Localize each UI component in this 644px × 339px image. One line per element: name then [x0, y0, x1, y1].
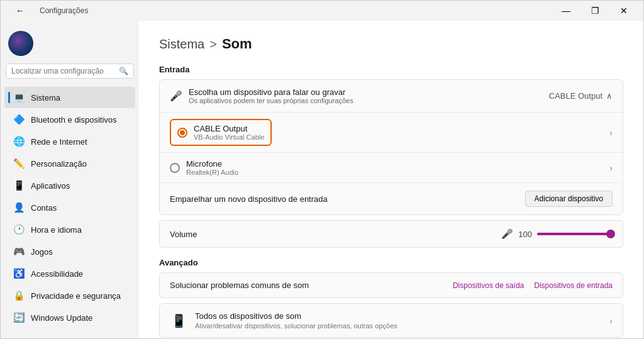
sidebar: 🔍 💻Sistema🔷Bluetooth e dispositivos🌐Rede… [1, 21, 139, 338]
volume-value: 100 [518, 230, 532, 239]
nav-label-aplicativos: Aplicativos [31, 181, 70, 191]
titlebar-title: Configurações [40, 6, 88, 15]
volume-mic-icon: 🎤 [501, 228, 513, 240]
maximize-button[interactable]: ❐ [580, 1, 609, 21]
adv-title-all-devices: Todos os dispositivos de som [195, 311, 397, 321]
input-device-card: 🎤 Escolha um dispositivo para falar ou g… [159, 79, 623, 215]
cable-sub: VB-Audio Virtual Cable [194, 133, 264, 141]
cable-text: CABLE Output VB-Audio Virtual Cable [194, 124, 264, 141]
nav-container: 💻Sistema🔷Bluetooth e dispositivos🌐Rede e… [1, 86, 139, 329]
nav-label-privacidade: Privacidade e segurança [31, 291, 121, 301]
microphone-icon: 🎤 [170, 90, 182, 102]
volume-right: 🎤 100 [501, 228, 613, 240]
entrada-section-title: Entrada [159, 65, 623, 74]
nav-label-acessibilidade: Acessibilidade [31, 269, 83, 279]
solve-links: Dispositivos de saída Dispositivos de en… [453, 281, 613, 290]
nav-label-jogos: Jogos [31, 247, 53, 257]
nav-label-windows-update: Windows Update [31, 313, 92, 323]
device-header: 🎤 Escolha um dispositivo para falar ou g… [160, 80, 623, 113]
back-button[interactable]: ← [6, 1, 35, 21]
cable-chevron: › [609, 128, 613, 138]
volume-slider-thumb[interactable] [606, 230, 615, 238]
nav-label-hora: Hora e idioma [31, 225, 82, 235]
mic-chevron: › [609, 163, 613, 173]
device-item-cable[interactable]: CABLE Output VB-Audio Virtual Cable › [160, 113, 623, 153]
nav-label-rede: Rede e Internet [31, 137, 87, 147]
adv-sub-all-devices: Ativar/desativar dispositivos, soluciona… [195, 322, 397, 330]
nav-icon-bluetooth: 🔷 [13, 114, 25, 125]
cable-name: CABLE Output [194, 124, 264, 133]
device-header-text: Escolha um dispositivo para falar ou gra… [189, 87, 353, 104]
nav-icon-personalizacao: ✏️ [13, 158, 25, 169]
add-device-button[interactable]: Adicionar dispositivo [525, 191, 613, 207]
main-layout: 🔍 💻Sistema🔷Bluetooth e dispositivos🌐Rede… [1, 21, 643, 338]
device-header-title: Escolha um dispositivo para falar ou gra… [189, 87, 353, 97]
radio-mic[interactable] [170, 163, 180, 173]
volume-card: Volume 🎤 100 [159, 220, 623, 248]
mic-name: Microfone [186, 159, 238, 169]
content-area: Sistema > Som Entrada 🎤 Escolha um dispo… [139, 21, 643, 338]
active-bar [8, 92, 10, 103]
sidebar-item-jogos[interactable]: 🎮Jogos [4, 241, 135, 262]
titlebar: ← Configurações — ❐ ✕ [1, 1, 643, 21]
mic-sub: Realtek(R) Audio [186, 169, 238, 176]
solve-label: Solucionar problemas comuns de som [170, 281, 309, 290]
nav-icon-windows-update: 🔄 [13, 312, 25, 323]
avatar-area [1, 26, 139, 64]
pair-row: Emparelhar um novo dispositivo de entrad… [160, 183, 623, 214]
sidebar-item-sistema[interactable]: 💻Sistema [4, 87, 135, 108]
all-devices-chevron: › [609, 316, 613, 326]
solve-row: Solucionar problemas comuns de som Dispo… [159, 272, 623, 298]
nav-label-contas: Contas [31, 203, 57, 213]
volume-slider-track[interactable] [537, 233, 613, 235]
solve-link-input[interactable]: Dispositivos de entrada [534, 281, 613, 290]
adv-item-all-devices-left: 📱 Todos os dispositivos de som Ativar/de… [170, 311, 397, 330]
selected-device-label: CABLE Output [549, 91, 602, 101]
sidebar-item-contas[interactable]: 👤Contas [4, 197, 135, 218]
sidebar-item-personalizacao[interactable]: ✏️Personalização [4, 153, 135, 174]
device-item-mic[interactable]: Microfone Realtek(R) Audio › [160, 153, 623, 183]
main-window: ← Configurações — ❐ ✕ 🔍 💻Sistema🔷Bluetoo… [0, 0, 644, 339]
nav-icon-hora: 🕐 [13, 224, 25, 235]
sidebar-item-windows-update[interactable]: 🔄Windows Update [4, 307, 135, 328]
radio-cable[interactable] [177, 128, 187, 138]
device-header-subtitle: Os aplicativos podem ter suas próprias c… [189, 97, 353, 104]
adv-item-all-devices[interactable]: 📱 Todos os dispositivos de som Ativar/de… [159, 303, 623, 338]
solve-link-output[interactable]: Dispositivos de saída [453, 281, 524, 290]
sidebar-item-bluetooth[interactable]: 🔷Bluetooth e dispositivos [4, 109, 135, 130]
nav-icon-privacidade: 🔒 [13, 290, 25, 301]
chevron-up-icon: ∧ [606, 91, 613, 101]
sidebar-item-privacidade[interactable]: 🔒Privacidade e segurança [4, 285, 135, 306]
breadcrumb: Sistema > Som [159, 36, 623, 52]
search-input[interactable] [11, 67, 119, 75]
volume-label: Volume [170, 230, 197, 239]
device-item-cable-left: CABLE Output VB-Audio Virtual Cable [170, 119, 272, 146]
nav-icon-jogos: 🎮 [13, 246, 25, 257]
minimize-button[interactable]: — [552, 1, 580, 21]
sidebar-item-acessibilidade[interactable]: ♿Acessibilidade [4, 263, 135, 284]
nav-label-sistema: Sistema [31, 93, 60, 103]
sidebar-item-rede[interactable]: 🌐Rede e Internet [4, 131, 135, 152]
search-box[interactable]: 🔍 [6, 64, 134, 79]
pair-label: Emparelhar um novo dispositivo de entrad… [170, 194, 328, 204]
advanced-section-title: Avançado [159, 258, 623, 267]
nav-icon-aplicativos: 📱 [13, 180, 25, 191]
nav-icon-acessibilidade: ♿ [13, 268, 25, 279]
device-header-left: 🎤 Escolha um dispositivo para falar ou g… [170, 87, 353, 104]
titlebar-controls: — ❐ ✕ [552, 1, 638, 21]
breadcrumb-sep: > [209, 37, 217, 52]
nav-label-personalizacao: Personalização [31, 159, 87, 169]
titlebar-left: ← Configurações [6, 1, 88, 21]
device-item-mic-left: Microfone Realtek(R) Audio [170, 159, 238, 176]
volume-row: Volume 🎤 100 [160, 221, 623, 247]
breadcrumb-current: Som [222, 36, 252, 52]
close-button[interactable]: ✕ [609, 1, 638, 21]
device-header-right[interactable]: CABLE Output ∧ [549, 91, 613, 101]
breadcrumb-system: Sistema [159, 37, 204, 52]
sidebar-item-hora[interactable]: 🕐Hora e idioma [4, 219, 135, 240]
all-devices-icon: 📱 [170, 313, 187, 328]
sidebar-item-aplicativos[interactable]: 📱Aplicativos [4, 175, 135, 196]
mic-text: Microfone Realtek(R) Audio [186, 159, 238, 176]
nav-icon-rede: 🌐 [13, 136, 25, 147]
avatar [8, 31, 33, 56]
